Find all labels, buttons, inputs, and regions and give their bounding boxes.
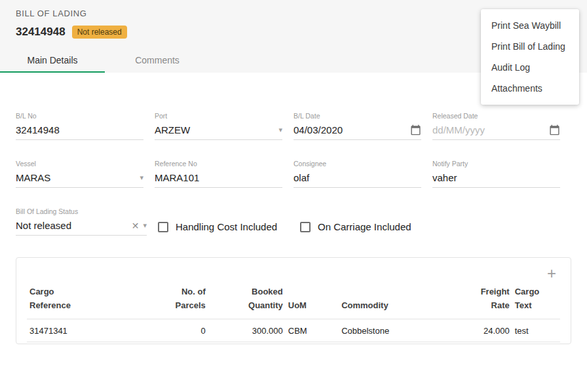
field-vessel: Vessel MARAS ▾ (16, 160, 143, 188)
column-header-uom: UoM (286, 281, 339, 319)
checkbox-label: On Carriage Included (318, 221, 411, 232)
cargo-card-toolbar: + (27, 262, 560, 281)
menu-item-attachments[interactable]: Attachments (481, 78, 579, 99)
port-select[interactable]: ARZEW ▾ (155, 124, 282, 140)
chevron-down-icon[interactable]: ▾ (278, 126, 282, 134)
released-date-label: Released Date (432, 112, 560, 120)
tab-main-details[interactable]: Main Details (0, 48, 105, 73)
column-header-cargo-reference: Cargo Reference (27, 281, 149, 319)
notify-party-label: Notify Party (432, 160, 560, 168)
column-header-cargo-text: Cargo Text (512, 281, 560, 319)
field-reference-no: Reference No MARA101 (155, 160, 282, 188)
cargo-card: + Cargo Reference No. of Parcels Booked … (16, 257, 571, 344)
menu-item-print-bill-of-lading[interactable]: Print Bill of Lading (481, 36, 579, 57)
field-notify-party: Notify Party vaher (432, 160, 560, 188)
chevron-down-icon[interactable]: ▾ (140, 173, 143, 182)
bl-no-label: B/L No (16, 112, 143, 120)
cell-commodity: Cobbelstone (339, 319, 445, 342)
tab-label: Main Details (27, 55, 77, 65)
notify-party-value: vaher (432, 172, 560, 183)
cell-cargo-reference: 31471341 (27, 319, 149, 342)
bl-no-value: 32414948 (16, 124, 143, 135)
consignee-label: Consignee (294, 160, 421, 168)
released-date-input[interactable]: dd/MM/yyyy (432, 124, 560, 140)
clear-icon[interactable]: ✕ (132, 221, 140, 231)
bl-status-select[interactable]: Not released ✕ ▾ (16, 220, 147, 236)
column-header-booked-quantity: Booked Quantity (208, 281, 286, 319)
bl-number: 32414948 (16, 26, 66, 39)
port-value: ARZEW (155, 124, 275, 135)
vessel-label: Vessel (16, 160, 143, 168)
bl-status-label: Bill Of Lading Status (16, 207, 147, 215)
bl-date-value: 04/03/2020 (294, 124, 406, 135)
menu-item-audit-log[interactable]: Audit Log (481, 57, 579, 78)
cell-booked-quantity: 300.000 (208, 319, 286, 342)
field-bl-status: Bill Of Lading Status Not released ✕ ▾ (16, 207, 147, 236)
menu-item-print-sea-waybill[interactable]: Print Sea Waybill (481, 15, 579, 36)
column-header-no-of-parcels: No. of Parcels (149, 281, 208, 319)
chevron-down-icon[interactable]: ▾ (143, 221, 147, 230)
field-bl-date: B/L Date 04/03/2020 (294, 112, 421, 140)
field-released-date: Released Date dd/MM/yyyy (432, 112, 560, 140)
cell-freight-rate: 24.000 (445, 319, 512, 342)
status-badge: Not released (72, 26, 127, 39)
cargo-table-row[interactable]: 31471341 0 300.000 CBM Cobbelstone 24.00… (27, 319, 560, 342)
bill-of-lading-page: BILL OF LADING 32414948 Not released Mai… (0, 0, 587, 344)
bl-date-label: B/L Date (294, 112, 421, 120)
consignee-input[interactable]: olaf (294, 172, 421, 188)
column-header-commodity: Commodity (339, 281, 445, 319)
actions-dropdown-menu: Print Sea Waybill Print Bill of Lading A… (481, 9, 579, 105)
reference-no-value: MARA101 (155, 172, 282, 183)
field-bl-no: B/L No 32414948 (16, 112, 143, 140)
tab-label: Comments (135, 55, 180, 65)
notify-party-input[interactable]: vaher (432, 172, 560, 188)
cell-uom: CBM (286, 319, 339, 342)
add-cargo-button[interactable]: + (544, 266, 559, 281)
cell-cargo-text: test (512, 319, 560, 342)
main-details-form: B/L No 32414948 Port ARZEW ▾ B/L Date 04… (0, 112, 587, 236)
calendar-icon[interactable] (410, 124, 421, 135)
calendar-icon[interactable] (549, 124, 560, 135)
cargo-table-header-row: Cargo Reference No. of Parcels Booked Qu… (27, 281, 560, 319)
form-row-1: B/L No 32414948 Port ARZEW ▾ B/L Date 04… (16, 112, 571, 140)
on-carriage-checkbox-field[interactable]: On Carriage Included (300, 221, 431, 232)
released-date-placeholder: dd/MM/yyyy (432, 124, 545, 135)
handling-cost-checkbox-field[interactable]: Handling Cost Included (158, 221, 289, 232)
reference-no-label: Reference No (155, 160, 282, 168)
checkbox-label: Handling Cost Included (176, 221, 277, 232)
form-row-2: Vessel MARAS ▾ Reference No MARA101 Cons… (16, 160, 571, 188)
bl-date-input[interactable]: 04/03/2020 (294, 124, 421, 140)
vessel-select[interactable]: MARAS ▾ (16, 172, 143, 188)
reference-no-input[interactable]: MARA101 (155, 172, 282, 188)
field-consignee: Consignee olaf (294, 160, 421, 188)
port-label: Port (155, 112, 282, 120)
cell-no-of-parcels: 0 (149, 319, 208, 342)
on-carriage-checkbox[interactable] (300, 222, 311, 232)
handling-cost-checkbox[interactable] (158, 222, 168, 232)
bl-no-input[interactable]: 32414948 (16, 124, 143, 140)
form-row-3: Bill Of Lading Status Not released ✕ ▾ H… (16, 207, 571, 236)
tab-comments[interactable]: Comments (105, 48, 210, 73)
vessel-value: MARAS (16, 172, 136, 183)
column-header-freight-rate: Freight Rate (445, 281, 512, 319)
cargo-table: Cargo Reference No. of Parcels Booked Qu… (27, 281, 560, 342)
consignee-value: olaf (294, 172, 421, 183)
bl-status-value: Not released (16, 220, 128, 231)
field-port: Port ARZEW ▾ (155, 112, 282, 140)
